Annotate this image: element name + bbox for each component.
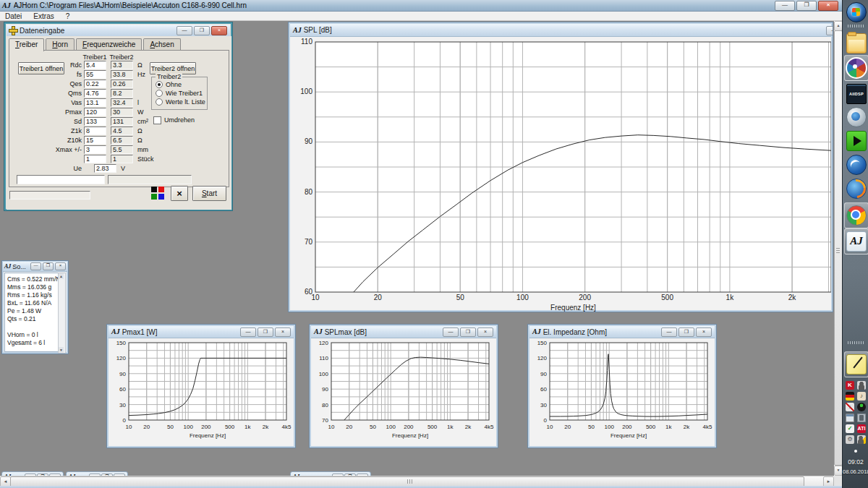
user-icon[interactable] [857,381,866,390]
menu-datei[interactable]: Datei [5,12,22,20]
device-icon[interactable] [857,414,866,422]
so-restore-button[interactable]: ❐ [43,262,54,270]
so-close-button[interactable]: × [55,262,66,270]
picasa-icon [846,57,867,79]
svg-text:10: 10 [328,424,335,430]
radio-werte-liste[interactable]: Werte lt. Liste [152,98,207,106]
splmax-restore-button[interactable]: ❐ [460,328,476,337]
scroll-down-icon[interactable]: ▼ [59,347,64,353]
menu-extras[interactable]: Extras [33,12,54,20]
param-unit: Ω [137,127,142,134]
window-splmax: AJ SPLmax [dB] — ❐ × 7080901001101201020… [309,324,498,448]
taskbar-grip[interactable] [848,341,864,344]
dialog-minimize-button[interactable]: — [176,26,192,35]
param-input-treiber1[interactable]: 55 [84,70,106,79]
menu-help[interactable]: ? [66,12,70,20]
umdrehen-checkbox-row[interactable]: Umdrehen [150,116,195,124]
param-label: Qes [9,80,84,87]
pmax-minimize-button[interactable]: — [240,328,256,337]
antivirus-icon[interactable]: K [846,381,854,390]
firefox-icon[interactable] [846,179,865,197]
param-input-treiber1[interactable]: 8 [84,127,106,135]
muted-volume-icon[interactable]: ♪ [846,403,854,411]
start-button[interactable]: Start [192,186,226,201]
blue-swatch[interactable] [158,194,164,200]
pmax-restore-button[interactable]: ❐ [258,328,273,337]
window-tray-icon[interactable] [846,414,854,422]
horizontal-scrollbar[interactable]: ◄ ► [0,476,834,486]
impedanz-minimize-button[interactable]: — [661,328,677,337]
splmax-close-button[interactable]: × [477,328,493,337]
so-titlebar[interactable]: AJ So... — ❐ × [3,262,67,272]
german-flag-icon[interactable] [846,392,854,401]
pmax-close-button[interactable]: × [275,328,291,337]
ajhorn-taskbar-button[interactable]: AJ [844,228,868,254]
tab-frequenzweiche[interactable]: Frequenzweiche [76,38,142,50]
vertical-scrollbar[interactable]: ▲ ▼ [834,21,842,476]
param-input-treiber1[interactable]: 5.4 [84,61,106,69]
param-input-treiber1[interactable]: 0.22 [84,80,106,88]
impedanz-restore-button[interactable]: ❐ [678,328,694,337]
param-input-treiber1[interactable]: 15 [84,136,106,145]
aiidsp-icon[interactable]: AIIDSP [846,84,865,103]
cancel-x-button[interactable]: × [171,186,188,201]
tab-treiber[interactable]: Treiber [9,38,44,51]
svg-text:90: 90 [540,371,547,377]
param-unit: Ω [137,61,142,69]
close-button[interactable]: × [818,1,838,11]
dialog-titlebar[interactable]: Dateneingabe — ❐ × [7,25,230,37]
radio-ohne[interactable]: Ohne [152,80,207,89]
user-alert-icon[interactable] [857,435,866,444]
restore-button[interactable]: ❐ [796,1,817,11]
so-scrollbar[interactable]: ▲ ▼ [58,273,66,354]
start-button[interactable] [846,2,867,22]
date[interactable]: 08.06.2018 [843,468,868,475]
explorer-folder-icon[interactable] [846,33,865,52]
play-icon[interactable] [846,131,865,150]
splmax-titlebar[interactable]: AJ SPLmax [dB] — ❐ × [311,326,496,338]
gauge-icon[interactable] [857,403,866,411]
sync-icon[interactable]: ⚙ [846,435,854,444]
updates-ok-icon[interactable]: ✓ [846,424,854,433]
red-swatch[interactable] [158,187,164,192]
param-input-treiber1[interactable]: 120 [84,108,106,116]
black-swatch[interactable] [151,187,157,192]
color-palette-button[interactable] [151,187,164,200]
param-input-treiber1[interactable]: 133 [84,117,106,126]
param-input-treiber1[interactable]: 3 [84,145,106,154]
svg-text:Frequenz [Hz]: Frequenz [Hz] [392,432,428,439]
clock[interactable]: 09:02 [843,458,868,466]
taskbar-grip[interactable] [848,25,864,27]
ue-input[interactable]: 2.83 [94,164,116,173]
svg-text:500: 500 [427,424,438,430]
media-player-icon[interactable] [846,107,865,126]
param-input-treiber1[interactable]: 4.76 [84,89,106,98]
impedanz-close-button[interactable]: × [696,328,712,337]
scroll-up-icon[interactable]: ▲ [59,273,64,279]
spl-minimize-button[interactable]: — [826,26,833,35]
dialog-close-button[interactable]: × [211,26,227,35]
param-rows: Rdc5.43.3Ωfs5533.8HzQes0.220.26Qms4.768.… [9,60,176,163]
svg-text:100: 100 [300,87,312,95]
volume-icon[interactable]: ♪ [857,392,866,401]
tab-horn[interactable]: Horn [46,38,75,50]
thunderbird-icon[interactable] [846,155,865,174]
radio-wie-treiber1[interactable]: Wie Treiber1 [152,89,207,98]
spl-titlebar[interactable]: AJ SPL [dB] [290,24,831,37]
picasa-taskbar-button[interactable] [844,55,868,81]
svg-text:120: 120 [319,340,329,346]
notes-taskbar-button[interactable] [844,351,868,377]
tab-achsen[interactable]: Achsen [143,38,180,50]
minimize-button[interactable]: — [775,1,795,11]
so-minimize-button[interactable]: — [30,262,41,270]
param-input-treiber1[interactable]: 13.1 [84,98,106,107]
chrome-taskbar-button[interactable] [844,202,868,228]
param-input-treiber1[interactable]: 1 [84,155,106,163]
green-swatch[interactable] [151,194,157,200]
dialog-restore-button[interactable]: ❐ [194,26,210,35]
impedanz-titlebar[interactable]: AJ El. Impedanz [Ohm] — ❐ × [529,326,715,338]
splmax-minimize-button[interactable]: — [443,328,459,337]
treiber1-name-field[interactable] [17,175,105,184]
pmax-titlebar[interactable]: AJ Pmax1 [W] — ❐ × [109,326,294,338]
ati-icon[interactable]: ATI [857,424,866,433]
